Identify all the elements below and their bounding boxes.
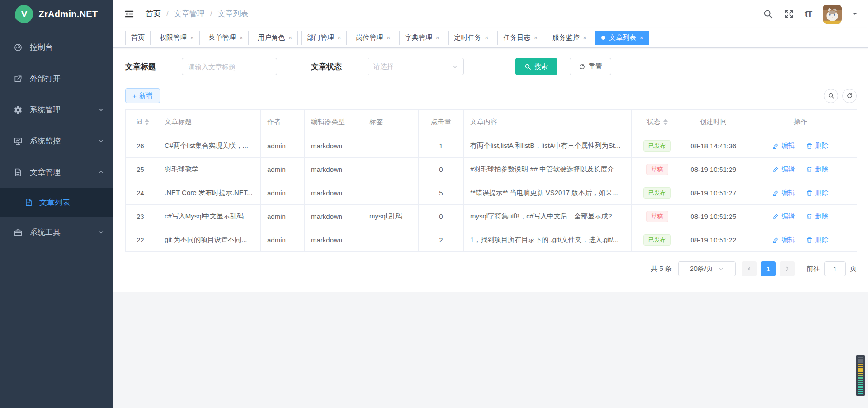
toolbox-icon — [14, 228, 23, 237]
sidebar-item-label: 系统监控 — [30, 136, 98, 146]
tab-service-monitor[interactable]: 服务监控 × — [547, 31, 593, 45]
select-placeholder: 请选择 — [373, 62, 394, 71]
chevron-down-icon — [452, 64, 458, 70]
sort-carets-icon[interactable] — [145, 119, 149, 125]
edit-button[interactable]: 编辑 — [772, 212, 795, 221]
delete-button[interactable]: 删除 — [806, 236, 829, 244]
search-icon[interactable] — [763, 9, 773, 19]
sidebar-item-article-list[interactable]: 文章列表 — [0, 188, 113, 217]
tab-post-management[interactable]: 岗位管理 × — [350, 31, 396, 45]
cell-content: #羽毛球拍参数说明 ## 中管软硬选择以及长度介... — [464, 158, 632, 181]
search-button[interactable]: 搜索 — [515, 58, 557, 75]
status-badge: 草稿 — [646, 164, 668, 176]
column-header-created: 创建时间 — [683, 110, 744, 134]
breadcrumb-home[interactable]: 首页 — [146, 9, 161, 19]
sidebar-item-external[interactable]: 外部打开 — [0, 63, 113, 94]
trash-icon — [806, 166, 813, 173]
table-row: 23 c#写入Mysql中文显示乱码 ... admin markdown my… — [126, 205, 857, 228]
active-tab-dot — [601, 36, 605, 40]
edit-button[interactable]: 编辑 — [772, 142, 795, 150]
column-header-clicks: 点击量 — [419, 110, 464, 134]
table-row: 26 C#两个list集合实现关联，... admin markdown 1 有… — [126, 134, 857, 158]
edit-button[interactable]: 编辑 — [772, 236, 795, 244]
tab-home[interactable]: 首页 — [125, 31, 151, 45]
breadcrumb-article-management[interactable]: 文章管理 — [174, 9, 205, 19]
article-title-input[interactable] — [182, 58, 277, 75]
avatar[interactable] — [823, 5, 842, 24]
cell-author: admin — [261, 228, 305, 252]
article-status-label: 文章状态 — [311, 62, 342, 72]
cell-clicks: 2 — [419, 228, 464, 252]
close-icon[interactable]: × — [240, 35, 243, 41]
font-size-icon[interactable]: tT — [805, 9, 812, 19]
cell-title: .NET Core 发布时提示.NET... — [158, 181, 261, 205]
cell-author: admin — [261, 205, 305, 228]
cell-status: 已发布 — [632, 181, 683, 205]
sidebar-item-dashboard[interactable]: 控制台 — [0, 32, 113, 63]
trash-icon — [806, 190, 813, 196]
edit-pencil-icon — [772, 142, 779, 149]
tab-scheduled-task[interactable]: 定时任务 × — [448, 31, 495, 45]
cell-ops: 编辑 删除 — [744, 205, 857, 228]
sidebar-item-article-management[interactable]: 文章管理 — [0, 157, 113, 188]
fullscreen-icon[interactable] — [784, 9, 794, 19]
column-header-id[interactable]: id — [126, 110, 158, 134]
sidebar-item-label: 系统管理 — [30, 104, 98, 115]
close-icon[interactable]: × — [387, 35, 390, 41]
tab-task-log[interactable]: 任务日志 × — [497, 31, 543, 45]
app-logo[interactable]: V ZrAdmin.NET — [0, 0, 113, 28]
cell-id: 22 — [126, 228, 158, 252]
edit-button[interactable]: 编辑 — [772, 165, 795, 174]
tab-article-list[interactable]: 文章列表 × — [595, 31, 649, 45]
cell-id: 23 — [126, 205, 158, 228]
sidebar-item-system-monitor[interactable]: 系统监控 — [0, 125, 113, 157]
trash-icon — [806, 237, 813, 243]
toggle-search-button[interactable] — [824, 89, 838, 103]
article-status-select[interactable]: 请选择 — [368, 58, 464, 75]
delete-button[interactable]: 删除 — [806, 189, 829, 197]
cell-author: admin — [261, 134, 305, 158]
search-icon — [524, 63, 531, 70]
edit-button[interactable]: 编辑 — [772, 189, 795, 197]
page-number-1[interactable]: 1 — [761, 261, 776, 276]
trash-icon — [806, 213, 813, 220]
logo-icon: V — [15, 5, 33, 23]
tab-department-management[interactable]: 部门管理 × — [301, 31, 347, 45]
add-button[interactable]: + 新增 — [125, 88, 160, 103]
sidebar-item-label: 文章列表 — [39, 197, 70, 208]
tab-dict-management[interactable]: 字典管理 × — [399, 31, 445, 45]
close-icon[interactable]: × — [485, 35, 489, 41]
edit-pencil-icon — [772, 190, 779, 196]
sidebar-menu: 控制台 外部打开 系统管理 系统监控 — [0, 32, 113, 248]
sort-carets-icon[interactable] — [663, 119, 668, 125]
gear-icon — [14, 105, 23, 114]
page-size-select[interactable]: 20条/页 — [678, 261, 736, 276]
delete-button[interactable]: 删除 — [806, 165, 829, 174]
prev-page-button[interactable] — [742, 261, 757, 276]
sidebar-item-system-management[interactable]: 系统管理 — [0, 94, 113, 125]
chevron-down-icon — [718, 266, 724, 272]
close-icon[interactable]: × — [288, 35, 292, 41]
sidebar-collapse-button[interactable] — [124, 9, 135, 19]
goto-page-input[interactable] — [824, 261, 846, 276]
tab-menu-management[interactable]: 菜单管理 × — [203, 31, 249, 45]
tab-user-role[interactable]: 用户角色 × — [252, 31, 298, 45]
close-icon[interactable]: × — [534, 35, 538, 41]
refresh-table-button[interactable] — [842, 89, 857, 103]
article-table: id 文章标题 作者 编辑器类型 标签 点击量 文章内容 状态 — [125, 109, 857, 252]
close-icon[interactable]: × — [583, 35, 587, 41]
column-header-status[interactable]: 状态 — [632, 110, 683, 134]
close-icon[interactable]: × — [640, 35, 643, 41]
delete-button[interactable]: 删除 — [806, 142, 829, 150]
close-icon[interactable]: × — [190, 35, 194, 41]
delete-button[interactable]: 删除 — [806, 212, 829, 221]
user-menu-caret-icon[interactable] — [853, 13, 857, 17]
close-icon[interactable]: × — [436, 35, 439, 41]
sidebar-item-system-tools[interactable]: 系统工具 — [0, 217, 113, 248]
reset-button[interactable]: 重置 — [570, 58, 611, 75]
next-page-button[interactable] — [780, 261, 795, 276]
close-icon[interactable]: × — [338, 35, 341, 41]
cell-editor: markdown — [305, 134, 363, 158]
tab-permission-management[interactable]: 权限管理 × — [154, 31, 200, 45]
cell-clicks: 5 — [419, 181, 464, 205]
